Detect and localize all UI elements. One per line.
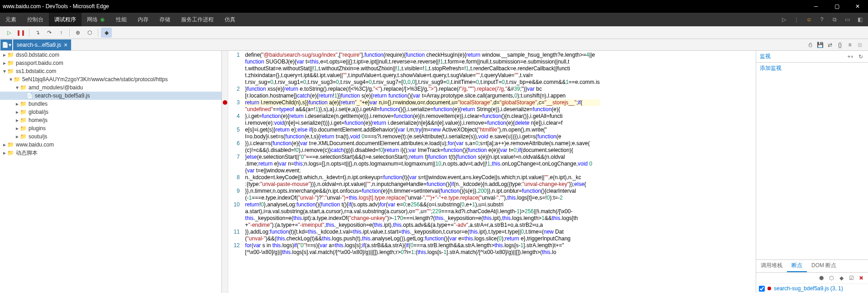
- file-tab[interactable]: search-s...ef5a9.js ×: [13, 39, 71, 50]
- code-line[interactable]: +"-endime"):(a.type+="-imeinput",this._k…: [245, 222, 599, 229]
- file-tree[interactable]: ▸📁dss0.bdstatic.com▸📁passport.baidu.com▾…: [0, 51, 222, 293]
- close-tab-icon[interactable]: ×: [64, 41, 67, 49]
- code-line[interactable]: return!0},analyseLog:function(){function…: [245, 201, 599, 208]
- toggle-breakpoints-button[interactable]: ◆: [101, 28, 112, 38]
- tree-folder[interactable]: ▾📁amd_modules/@baidu: [0, 83, 221, 92]
- add-watch-link[interactable]: 添加监视: [756, 63, 868, 74]
- add-xhr-bp-icon[interactable]: ⬡: [827, 274, 835, 282]
- breakpoint-file-link[interactable]: search-sug_bdef5a9.js (3, 1): [774, 285, 843, 292]
- pin-icon[interactable]: ⧉: [830, 15, 839, 24]
- disclosure-triangle-icon[interactable]: ▸: [14, 133, 20, 140]
- disclosure-triangle-icon[interactable]: ▾: [2, 68, 7, 74]
- tree-folder[interactable]: ▸📁plugins: [0, 124, 221, 132]
- pretty-print-button[interactable]: {}: [835, 40, 844, 49]
- add-event-bp-icon[interactable]: ⬢: [817, 274, 825, 282]
- tree-file[interactable]: 📄search-sug_bdef5a9.js: [0, 92, 221, 100]
- continue-button[interactable]: ▷: [4, 28, 14, 38]
- code-line[interactable]: a.start),i=a.val.substring(a.start,a.cur…: [245, 208, 599, 215]
- delete-bp-icon[interactable]: ✖: [857, 274, 865, 282]
- line-number[interactable]: [234, 65, 240, 72]
- disclosure-triangle-icon[interactable]: ▸: [2, 60, 7, 66]
- tab-callstack[interactable]: 调用堆栈: [756, 260, 787, 272]
- code-line[interactable]: .time;return e}var n=this;n.logs=[],n.op…: [245, 161, 599, 167]
- code-line[interactable]: e[s]=i.get(s)}return e};else if(o.docume…: [245, 127, 599, 133]
- tree-folder[interactable]: ▸📁soutu/js: [0, 132, 221, 141]
- line-number[interactable]: 1: [234, 52, 240, 59]
- code-line[interactable]: for(var s in this.logs)if("0"!==s){var a…: [245, 242, 599, 249]
- code-line[interactable]: t.rsv_sug=0,t.rsv_sug1=0,t.rsv_sug3=0,t.…: [245, 79, 599, 86]
- pause-button[interactable]: ❚❚: [15, 28, 26, 38]
- code-line[interactable]: t.zhixindata={},t.query=t.ipt&&t.ipt.val…: [245, 72, 599, 79]
- line-number[interactable]: [234, 79, 240, 86]
- tree-folder[interactable]: ▸📁www.baidu.com: [0, 141, 221, 149]
- disclosure-triangle-icon[interactable]: ▾: [8, 76, 14, 83]
- line-number[interactable]: [234, 208, 240, 215]
- line-number[interactable]: [234, 147, 240, 154]
- tree-folder[interactable]: ▸📁bundles: [0, 100, 221, 108]
- tree-folder[interactable]: ▸📁home/js: [0, 116, 221, 124]
- step-into-button[interactable]: ↴: [32, 28, 43, 38]
- tab-breakpoints[interactable]: 断点: [787, 260, 807, 272]
- disclosure-triangle-icon[interactable]: ▸: [2, 150, 7, 156]
- tree-folder[interactable]: ▸📁passport.baidu.com: [0, 59, 221, 67]
- line-number[interactable]: [234, 59, 240, 65]
- tree-folder[interactable]: ▾📁5eN1bjq8AAUYm2zgoY3K/r/www/cache/stati…: [0, 75, 221, 83]
- line-number[interactable]: [234, 161, 240, 167]
- disclosure-triangle-icon[interactable]: ▸: [14, 117, 20, 123]
- refresh-watch-icon[interactable]: ↻: [857, 53, 864, 60]
- line-number[interactable]: 6: [234, 140, 240, 147]
- code-line[interactable]: i.remove(e):void(n[e]=i.serialize(t))},i…: [245, 120, 599, 127]
- line-number[interactable]: [234, 93, 240, 99]
- line-number[interactable]: [234, 120, 240, 127]
- code-line[interactable]: }else(e.selectionStart||"0"===e.selectio…: [245, 154, 599, 161]
- code-line[interactable]: ("unval-")&&(this.checkLog(t)&&this.logs…: [245, 235, 599, 242]
- code-editor[interactable]: 123456789101112 define("@baidu/search-su…: [228, 51, 756, 293]
- save-button[interactable]: 💾: [815, 40, 825, 49]
- disclosure-triangle-icon[interactable]: ▾: [14, 84, 20, 91]
- line-number[interactable]: 11: [234, 229, 240, 235]
- line-number[interactable]: 10: [234, 201, 240, 208]
- code-line[interactable]: :{type:"unval-paste-mouse"})},n.oldval=n…: [245, 181, 599, 188]
- line-number[interactable]: [234, 106, 240, 113]
- code-line[interactable]: return l.removeChild(n),s}}function a(e)…: [245, 99, 599, 106]
- code-line[interactable]: t.withoutStat=e.withoutStat||!1,t.withou…: [245, 65, 599, 72]
- add-watch-icon[interactable]: +∘: [847, 53, 854, 60]
- tree-folder[interactable]: ▸📁动态脚本: [0, 149, 221, 157]
- line-number[interactable]: [234, 195, 240, 201]
- step-out-button[interactable]: ↑: [56, 28, 67, 38]
- line-number[interactable]: 12: [234, 242, 240, 249]
- tab-storage[interactable]: 存储: [154, 13, 176, 26]
- code-line[interactable]: },i.get=function(e){return i.deserialize…: [245, 113, 599, 120]
- line-number[interactable]: 2: [234, 86, 240, 93]
- tab-console[interactable]: 控制台: [22, 13, 49, 26]
- code-line[interactable]: }},addLog:function(t){t.kd=this._kdcode,…: [245, 229, 599, 235]
- line-number[interactable]: [234, 222, 240, 229]
- line-number[interactable]: [234, 133, 240, 140]
- line-number[interactable]: [234, 235, 240, 242]
- line-number[interactable]: 5: [234, 127, 240, 133]
- help-icon[interactable]: ?: [817, 15, 826, 24]
- code-line[interactable]: {var t=e||window.event;: [245, 167, 599, 174]
- source-map-button[interactable]: ⊞: [855, 40, 864, 49]
- code-line[interactable]: [^\x00-\x80]/g)||this.logs[s].val.match(…: [245, 249, 599, 256]
- tree-folder[interactable]: ▾📁ss1.bdstatic.com: [0, 67, 221, 75]
- breakpoint-gutter[interactable]: [222, 51, 228, 293]
- step-over-button[interactable]: ↷: [44, 28, 55, 38]
- minimize-button[interactable]: ─: [806, 0, 826, 13]
- tab-service-workers[interactable]: 服务工作进程: [176, 13, 219, 26]
- code-line[interactable]: }),i.clear=s(function(e){var t=e.XMLDocu…: [245, 140, 599, 147]
- line-number[interactable]: [234, 215, 240, 222]
- tab-dom-breakpoints[interactable]: DOM 断点: [807, 260, 841, 272]
- code-line[interactable]: this._keyposition=e(this.ipt):a.type.ind…: [245, 215, 599, 222]
- dock-icon[interactable]: ▭: [843, 15, 852, 24]
- disclosure-triangle-icon[interactable]: ▸: [2, 142, 7, 148]
- wrap-button[interactable]: ≡: [845, 40, 854, 49]
- code-line[interactable]: (-1===e.type.indexOf("unval-")?":"unval-…: [245, 195, 599, 201]
- tab-memory[interactable]: 内存: [132, 13, 154, 26]
- code-line[interactable]: l=o.body}i.set=s(function(e,t,s){return …: [245, 133, 599, 140]
- tab-performance[interactable]: 性能: [110, 13, 132, 26]
- line-number[interactable]: 9: [234, 188, 240, 195]
- code-line[interactable]: }},n.timmer,n.opts.innerchange&&(n.ipt.o…: [245, 188, 599, 195]
- break-new-worker-button[interactable]: ⊕: [72, 28, 83, 38]
- tool-icon-1[interactable]: ▷: [779, 15, 788, 24]
